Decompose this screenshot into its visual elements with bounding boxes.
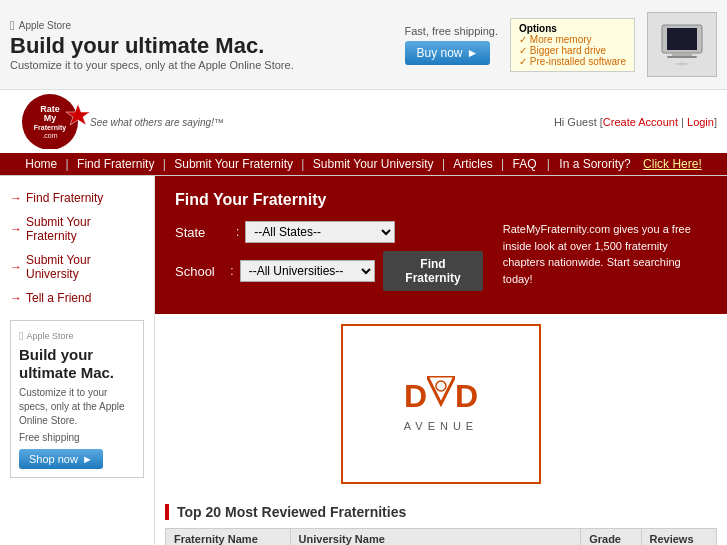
guest-info: Hi Guest [Create Account | Login] — [554, 116, 717, 128]
sidebar-ad-text: Customize it to your specs, only at the … — [19, 386, 135, 428]
nav-home[interactable]: Home — [25, 157, 57, 171]
table-section: Top 20 Most Reviewed Fraternities Frater… — [155, 494, 727, 545]
option3: ✓ Pre-installed software — [519, 56, 626, 67]
sidebar-ad:  Apple Store Build your ultimate Mac. C… — [10, 320, 144, 478]
fraternities-table: Fraternity Name University Name Grade Re… — [165, 528, 717, 545]
dvd-logo: D D — [404, 376, 478, 416]
arrow-icon: → — [10, 191, 22, 205]
banner-shipping: Fast, free shipping. — [405, 25, 499, 37]
school-sep: : — [230, 264, 233, 278]
sidebar-find-label: Find Fraternity — [26, 191, 103, 205]
dvd-v-shape — [427, 376, 455, 416]
option2: ✓ Bigger hard drive — [519, 45, 626, 56]
options-title: Options — [519, 23, 626, 34]
svg-rect-2 — [672, 53, 692, 56]
sidebar-shop-label: Shop now — [29, 453, 78, 465]
nav-submit-uni[interactable]: Submit Your University — [313, 157, 434, 171]
nav-find[interactable]: Find Fraternity — [77, 157, 154, 171]
svg-rect-3 — [667, 56, 697, 58]
sidebar-submit-uni-label: Submit Your University — [26, 253, 144, 281]
school-label: School — [175, 264, 224, 279]
login-link[interactable]: Login — [687, 116, 714, 128]
dvd-d2: D — [455, 378, 478, 415]
arrow-icon2: → — [10, 222, 22, 236]
banner-apple-label:  Apple Store — [10, 18, 294, 33]
svg-text:Fraternity: Fraternity — [34, 124, 66, 132]
svg-rect-1 — [667, 28, 697, 50]
col-grade: Grade — [581, 529, 641, 546]
school-select[interactable]: --All Universities-- — [240, 260, 376, 282]
nav-submit-frat[interactable]: Submit Your Fraternity — [174, 157, 293, 171]
table-title: Top 20 Most Reviewed Fraternities — [177, 504, 406, 520]
arrow-icon3: → — [10, 260, 22, 274]
create-account-link[interactable]: Create Account — [603, 116, 678, 128]
banner-options: Options ✓ More memory ✓ Bigger hard driv… — [510, 18, 635, 72]
sorority-text: In a Sorority? — [559, 157, 630, 171]
arrow-icon4: → — [10, 291, 22, 305]
sidebar-link-submit-frat[interactable]: → Submit Your Fraternity — [0, 210, 154, 248]
svg-point-4 — [676, 62, 688, 65]
nav-faq[interactable]: FAQ — [513, 157, 537, 171]
sidebar-link-tell-friend[interactable]: → Tell a Friend — [0, 286, 154, 310]
buy-now-button[interactable]: Buy now ► — [405, 41, 491, 65]
dvd-d1: D — [404, 378, 427, 415]
tagline: See what others are saying!™ — [90, 117, 224, 128]
find-title: Find Your Fraternity — [175, 191, 707, 209]
col-reviews: Reviews — [641, 529, 717, 546]
shop-arrow-icon: ► — [82, 453, 93, 465]
nav-articles[interactable]: Articles — [453, 157, 492, 171]
site-logo: Rate My Fraternity .com See what others … — [10, 94, 224, 149]
banner-title: Build your ultimate Mac. — [10, 33, 294, 59]
find-fraternity-box: Find Your Fraternity State : --All State… — [155, 176, 727, 314]
sidebar-ad-apple-label:  Apple Store — [19, 329, 135, 343]
sorority-link[interactable]: Click Here! — [643, 157, 702, 171]
mac-image — [647, 12, 717, 77]
sidebar-link-find[interactable]: → Find Fraternity — [0, 186, 154, 210]
sidebar-tell-friend-label: Tell a Friend — [26, 291, 91, 305]
banner-subtitle: Customize it to your specs, only at the … — [10, 59, 294, 71]
state-sep: : — [236, 225, 239, 239]
find-fraternity-button[interactable]: Find Fraternity — [383, 251, 482, 291]
state-select[interactable]: --All States-- — [245, 221, 395, 243]
dvd-avenue-text: AVENUE — [404, 420, 478, 432]
apple-icon2:  — [19, 329, 23, 343]
arrow-icon: ► — [467, 46, 479, 60]
sidebar-ad-shipping: Free shipping — [19, 432, 135, 443]
svg-text:.com: .com — [42, 132, 57, 139]
main-nav: Home | Find Fraternity | Submit Your Fra… — [0, 153, 727, 175]
sidebar-ad-heading: Build your ultimate Mac. — [19, 346, 135, 382]
buy-now-label: Buy now — [417, 46, 463, 60]
find-btn-label: Find Fraternity — [405, 257, 460, 285]
ad-area: D D AVENUE — [155, 314, 727, 494]
col-frat-name: Fraternity Name — [166, 529, 291, 546]
dvd-advertisement[interactable]: D D AVENUE — [341, 324, 541, 484]
svg-point-12 — [436, 381, 446, 391]
state-label: State — [175, 225, 230, 240]
option1: ✓ More memory — [519, 34, 626, 45]
sidebar-shop-button[interactable]: Shop now ► — [19, 449, 103, 469]
find-description: RateMyFraternity.com gives you a free in… — [503, 221, 707, 287]
apple-icon:  — [10, 18, 15, 33]
col-uni-name: University Name — [290, 529, 581, 546]
sidebar-link-submit-uni[interactable]: → Submit Your University — [0, 248, 154, 286]
svg-text:My: My — [44, 113, 57, 123]
table-title-bar: Top 20 Most Reviewed Fraternities — [165, 504, 717, 520]
sidebar-submit-frat-label: Submit Your Fraternity — [26, 215, 144, 243]
